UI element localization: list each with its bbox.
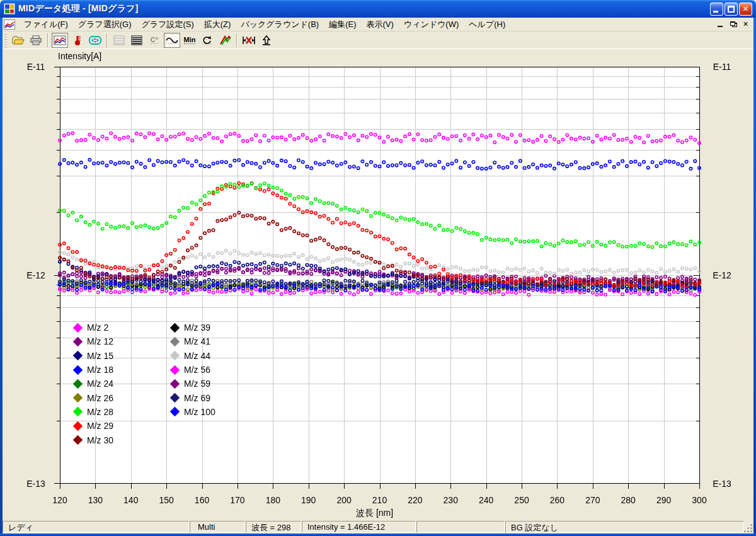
menu-graph-select[interactable]: グラフ選択(G): [73, 18, 137, 31]
legend-item: M/z 24: [74, 377, 113, 391]
menu-help[interactable]: ヘルプ(H): [464, 18, 510, 31]
legend-label: M/z 41: [184, 336, 210, 346]
menu-edit[interactable]: 編集(E): [324, 18, 361, 31]
legend-diamond-icon: [73, 365, 83, 375]
legend-item: M/z 41: [171, 334, 215, 348]
legend-label: M/z 26: [87, 393, 113, 403]
legend-diamond-icon: [73, 379, 83, 389]
no-x-scale-icon: [243, 36, 255, 45]
legend-item: M/z 100: [171, 405, 215, 419]
y-tick-left-e11: E-11: [20, 62, 52, 72]
menu-window[interactable]: ウィンドウ(W): [399, 18, 464, 31]
toolbar-separator: [47, 33, 49, 47]
y-tick-left-e13: E-13: [20, 479, 52, 489]
graph-icon: [54, 35, 66, 45]
legend-label: M/z 28: [87, 407, 113, 417]
menu-view[interactable]: 表示(V): [362, 18, 399, 31]
legend-label: M/z 29: [87, 421, 113, 431]
thermometer-icon: [74, 35, 81, 46]
y-tick-right-e13: E-13: [706, 479, 738, 489]
legend-label: M/z 69: [184, 393, 210, 403]
x-tick-label: 240: [479, 495, 493, 505]
x-tick-label: 220: [408, 495, 422, 505]
legend-label: M/z 44: [184, 351, 210, 361]
legend-item: M/z 29: [74, 419, 113, 433]
window-title: MIDデータ処理 - [MIDグラフ]: [18, 3, 139, 14]
x-tick-label: 120: [52, 495, 67, 505]
mdi-restore-button[interactable]: [728, 20, 738, 29]
legend-item: M/z 28: [74, 405, 113, 419]
x-tick-label: 170: [230, 495, 244, 505]
list-icon: [131, 35, 142, 45]
resize-grip[interactable]: [745, 520, 753, 533]
sine-wave-icon: [166, 35, 178, 45]
status-ready: レディ: [3, 521, 189, 533]
toolbar-separator: [236, 33, 238, 47]
min-icon: Min: [184, 36, 196, 44]
legend-label: M/z 15: [87, 351, 113, 361]
x-axis-title: 波長 [nm]: [356, 508, 393, 519]
legend-label: M/z 59: [184, 379, 210, 389]
menu-zoom[interactable]: 拡大(Z): [199, 18, 236, 31]
x-tick-label: 260: [550, 495, 564, 505]
toolbar-grip[interactable]: [4, 33, 7, 47]
window-border-bottom: [0, 533, 756, 536]
mid-graph-plot[interactable]: [0, 49, 756, 520]
x-tick-label: 230: [444, 495, 458, 505]
legend-diamond-icon: [170, 407, 180, 417]
app-icon: [4, 3, 15, 14]
x-tick-label: 210: [372, 495, 387, 505]
menu-background[interactable]: バックグラウンド(B): [236, 18, 324, 31]
legend-label: M/z 39: [184, 322, 210, 333]
title-bar[interactable]: MIDデータ処理 - [MIDグラフ] ✕: [0, 0, 756, 18]
minimize-button[interactable]: [710, 3, 723, 16]
scale-reset-button[interactable]: [241, 33, 257, 48]
close-button[interactable]: ✕: [739, 3, 752, 16]
maximize-button[interactable]: [724, 3, 738, 16]
spectrum-button[interactable]: [217, 33, 233, 48]
legend-diamond-icon: [170, 379, 180, 389]
legend-label: M/z 18: [87, 365, 113, 375]
menu-bar: ファイル(F) グラフ選択(G) グラフ設定(S) 拡大(Z) バックグラウンド…: [3, 18, 753, 31]
x-tick-label: 290: [656, 495, 671, 505]
legend-label: M/z 12: [87, 336, 113, 346]
mass-pattern-button[interactable]: [87, 33, 103, 48]
waveform-button[interactable]: [164, 33, 180, 48]
legend-label: M/z 56: [184, 365, 210, 375]
x-tick-label: 270: [585, 495, 600, 505]
legend-item: M/z 59: [171, 377, 215, 391]
legend-item: M/z 18: [74, 363, 113, 377]
y-tick-right-e12: E-12: [706, 270, 738, 280]
legend-label: M/z 24: [87, 379, 113, 389]
x-tick-label: 280: [621, 495, 636, 505]
open-file-button[interactable]: [10, 33, 26, 48]
legend-diamond-icon: [73, 435, 83, 445]
graph-display-button[interactable]: [52, 33, 68, 48]
application-window: MIDデータ処理 - [MIDグラフ] ✕ ファイル(F) グラフ選択(G) グ…: [0, 0, 756, 536]
spectrum-arrows-icon: [219, 35, 231, 45]
menu-file[interactable]: ファイル(F): [19, 18, 73, 31]
print-button[interactable]: [28, 33, 44, 48]
mdi-minimize-button[interactable]: [715, 20, 726, 29]
mdi-close-button[interactable]: ✕: [740, 20, 751, 29]
legend-label: M/z 100: [184, 407, 215, 417]
legend-label: M/z 30: [87, 435, 113, 445]
legend-item: M/z 44: [171, 349, 215, 363]
rotate-arrow-icon: [202, 35, 213, 45]
legend-item: M/z 30: [74, 433, 113, 447]
status-intensity: Intensity = 1.466E-12: [302, 521, 416, 533]
list-view-button[interactable]: [129, 33, 145, 48]
export-up-button[interactable]: [258, 33, 275, 48]
status-background: BG 設定なし: [505, 521, 744, 533]
graph-view: Intensity[A] E-11 E-12 E-13 E-11 E-12 E-…: [0, 49, 756, 520]
legend-diamond-icon: [73, 337, 83, 347]
x-tick-label: 160: [195, 495, 209, 505]
status-wavelength: 波長 = 298: [246, 521, 301, 533]
thermometer-button[interactable]: [69, 33, 86, 48]
up-arrow-icon: [261, 35, 272, 45]
min-button[interactable]: Min: [181, 33, 198, 48]
document-chart-icon[interactable]: [4, 20, 15, 30]
menu-graph-settings[interactable]: グラフ設定(S): [137, 18, 199, 31]
refresh-button[interactable]: [199, 33, 215, 48]
x-tick-label: 200: [336, 495, 351, 505]
